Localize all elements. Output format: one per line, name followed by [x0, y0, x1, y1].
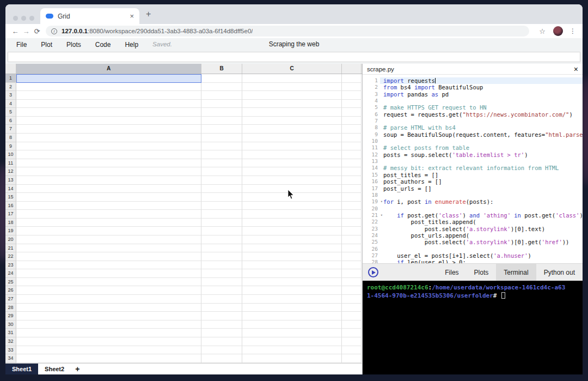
cell-C4[interactable] — [242, 100, 342, 108]
cell-C19[interactable] — [242, 227, 342, 235]
cell-x22[interactable] — [342, 252, 362, 261]
cell-C3[interactable] — [242, 91, 342, 100]
row-header-32[interactable]: 32 — [5, 337, 16, 346]
cell-C28[interactable] — [242, 304, 342, 312]
cell-x2[interactable] — [342, 83, 362, 92]
row-header-17[interactable]: 17 — [5, 210, 16, 219]
add-sheet-button[interactable]: + — [71, 364, 84, 374]
cell-B7[interactable] — [201, 125, 242, 134]
window-controls[interactable] — [13, 16, 34, 21]
cell-C23[interactable] — [242, 261, 342, 270]
cell-C27[interactable] — [242, 295, 342, 304]
column-header-b[interactable]: B — [201, 64, 242, 74]
cell-B6[interactable] — [201, 117, 242, 125]
cell-C16[interactable] — [242, 202, 342, 210]
run-button[interactable] — [363, 264, 384, 281]
cell-A29[interactable] — [16, 312, 201, 320]
cell-B33[interactable] — [201, 346, 242, 355]
cell-x28[interactable] — [342, 304, 362, 312]
cell-B23[interactable] — [201, 261, 242, 270]
row-header-5[interactable]: 5 — [5, 108, 16, 117]
cell-C13[interactable] — [242, 176, 342, 185]
cell-A21[interactable] — [16, 244, 201, 253]
cell-B4[interactable] — [201, 100, 242, 108]
cell-C7[interactable] — [242, 125, 342, 134]
profile-avatar[interactable] — [553, 26, 563, 36]
window-minimize-button[interactable] — [21, 16, 26, 21]
cell-x16[interactable] — [342, 202, 362, 210]
cell-x21[interactable] — [342, 244, 362, 253]
cell-B28[interactable] — [201, 304, 242, 312]
sheet-tab-sheet1[interactable]: Sheet1 — [5, 364, 38, 374]
row-header-6[interactable]: 6 — [5, 117, 16, 125]
cell-x17[interactable] — [342, 210, 362, 219]
cell-x18[interactable] — [342, 219, 362, 227]
cell-x7[interactable] — [342, 125, 362, 134]
cell-B3[interactable] — [201, 91, 242, 100]
cell-B11[interactable] — [201, 159, 242, 168]
cell-x4[interactable] — [342, 100, 362, 108]
back-icon[interactable]: ← — [10, 27, 21, 35]
cell-x12[interactable] — [342, 167, 362, 176]
cell-C34[interactable] — [242, 354, 342, 363]
cell-C1[interactable] — [242, 74, 342, 83]
cell-B31[interactable] — [201, 329, 242, 337]
panel-tab-plots[interactable]: Plots — [467, 264, 497, 281]
cell-A20[interactable] — [16, 235, 201, 244]
cell-x32[interactable] — [342, 337, 362, 346]
row-header-11[interactable]: 11 — [5, 159, 16, 168]
cell-A15[interactable] — [16, 193, 201, 202]
cell-B12[interactable] — [201, 167, 242, 176]
cell-B30[interactable] — [201, 320, 242, 329]
cell-C2[interactable] — [242, 83, 342, 92]
fold-marker-icon[interactable]: ▾ — [381, 198, 383, 205]
cell-C22[interactable] — [242, 252, 342, 261]
fold-marker-icon[interactable]: ▾ — [381, 212, 383, 219]
cell-B27[interactable] — [201, 295, 242, 304]
row-header-8[interactable]: 8 — [5, 134, 16, 142]
cell-C29[interactable] — [242, 312, 342, 320]
editor-close-icon[interactable]: × — [574, 65, 578, 74]
cell-A18[interactable] — [16, 219, 201, 227]
cell-C17[interactable] — [242, 210, 342, 219]
row-header-12[interactable]: 12 — [5, 167, 16, 176]
cell-x1[interactable] — [342, 74, 362, 83]
cell-A27[interactable] — [16, 295, 201, 304]
cell-A17[interactable] — [16, 210, 201, 219]
cell-B22[interactable] — [201, 252, 242, 261]
cell-B18[interactable] — [201, 219, 242, 227]
row-header-24[interactable]: 24 — [5, 269, 16, 278]
sheet-tab-sheet2[interactable]: Sheet2 — [38, 364, 71, 374]
row-header-30[interactable]: 30 — [5, 320, 16, 329]
cell-x33[interactable] — [342, 346, 362, 355]
cell-B34[interactable] — [201, 354, 242, 363]
cell-A5[interactable] — [16, 108, 201, 117]
row-header-22[interactable]: 22 — [5, 252, 16, 261]
cell-B8[interactable] — [201, 134, 242, 142]
cell-x13[interactable] — [342, 176, 362, 185]
column-header-a[interactable]: A — [16, 64, 201, 74]
cell-x10[interactable] — [342, 150, 362, 159]
cell-A12[interactable] — [16, 167, 201, 176]
tab-close-icon[interactable]: × — [130, 12, 134, 20]
cell-C33[interactable] — [242, 346, 342, 355]
cell-A9[interactable] — [16, 142, 201, 151]
cell-A23[interactable] — [16, 261, 201, 270]
cell-C20[interactable] — [242, 235, 342, 244]
cell-x8[interactable] — [342, 134, 362, 142]
cell-B21[interactable] — [201, 244, 242, 253]
cell-A24[interactable] — [16, 269, 201, 278]
cell-x3[interactable] — [342, 91, 362, 100]
cell-A16[interactable] — [16, 202, 201, 210]
row-header-14[interactable]: 14 — [5, 185, 16, 193]
cell-x19[interactable] — [342, 227, 362, 235]
cell-x26[interactable] — [342, 286, 362, 295]
cell-A33[interactable] — [16, 346, 201, 355]
column-header-c[interactable]: C — [242, 64, 342, 74]
cell-C9[interactable] — [242, 142, 342, 151]
cell-A8[interactable] — [16, 134, 201, 142]
cell-B15[interactable] — [201, 193, 242, 202]
panel-tab-files[interactable]: Files — [437, 264, 466, 281]
cell-C18[interactable] — [242, 219, 342, 227]
row-header-15[interactable]: 15 — [5, 193, 16, 202]
